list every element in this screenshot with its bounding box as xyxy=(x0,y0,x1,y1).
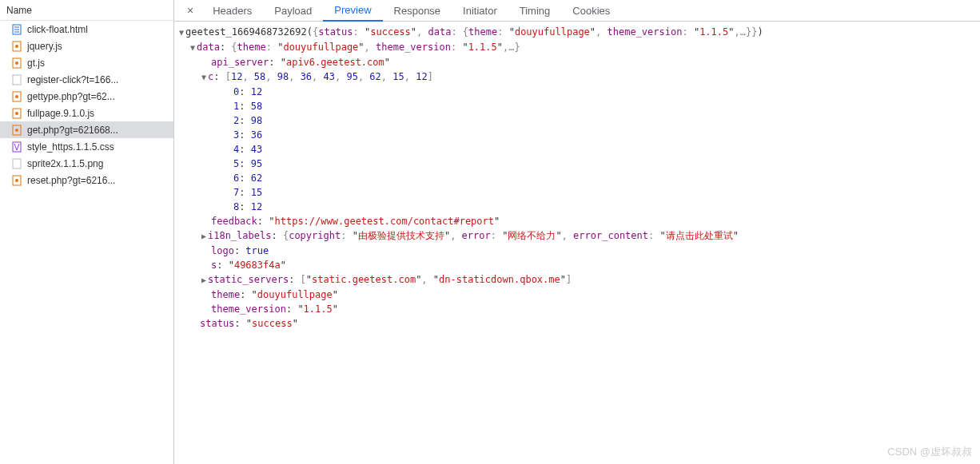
c-array-item: 0: 12 xyxy=(177,85,980,99)
val-theme: douyufullpage xyxy=(515,26,590,38)
file-name: register-click?t=166... xyxy=(27,74,118,85)
file-item[interactable]: register-click?t=166... xyxy=(0,71,173,88)
c-array-item: 3: 36 xyxy=(177,128,980,142)
array-value: 12 xyxy=(251,86,262,97)
js-icon xyxy=(11,58,22,69)
val-status: success xyxy=(252,318,293,329)
file-name: gt.js xyxy=(27,58,45,69)
val-s: 49683f4a xyxy=(234,260,281,271)
expand-icon[interactable] xyxy=(189,41,197,55)
array-value: 58 xyxy=(251,101,262,112)
file-name: click-float.html xyxy=(27,24,88,35)
val-theme-version: 1.1.5 xyxy=(699,26,728,38)
js-icon xyxy=(11,175,22,186)
val-feedback: https://www.geetest.com/contact#report xyxy=(274,216,494,227)
key-logo: logo xyxy=(211,245,234,256)
file-item[interactable]: fullpage.9.1.0.js xyxy=(0,105,173,121)
key-api-server: api_server xyxy=(211,57,269,68)
key-status: status xyxy=(200,318,234,329)
val-theme-version: 1.1.5 xyxy=(304,303,333,315)
preview-content[interactable]: geetest_1669468732692({status: "success"… xyxy=(174,22,980,464)
file-item[interactable]: sprite2x.1.1.5.png xyxy=(0,155,173,172)
ellipsis: ,… xyxy=(734,26,745,38)
file-name: jquery.js xyxy=(27,41,62,52)
file-name: get.php?gt=621668... xyxy=(27,125,118,136)
file-item[interactable]: gt.js xyxy=(0,54,173,71)
array-value: 43 xyxy=(251,144,262,155)
expand-icon[interactable] xyxy=(200,229,208,244)
expand-icon[interactable] xyxy=(200,70,208,85)
key-theme-version: theme_version xyxy=(211,303,286,315)
tab-initiator[interactable]: Initiator xyxy=(452,0,508,22)
blank-icon xyxy=(11,74,22,85)
key-theme: theme xyxy=(211,289,240,300)
callback-name: geetest_1669468732692 xyxy=(185,26,307,38)
watermark: CSDN @虚坏叔叔 xyxy=(887,445,972,459)
file-list: click-float.htmljquery.jsgt.jsregister-c… xyxy=(0,21,173,188)
key-data: data xyxy=(428,26,452,38)
file-name: gettype.php?gt=62... xyxy=(27,91,115,102)
val-static-0: static.geetest.com xyxy=(312,274,416,285)
doc-blue-icon xyxy=(11,24,22,35)
key-status: status xyxy=(318,26,353,38)
array-value: 95 xyxy=(251,158,262,169)
array-value: 15 xyxy=(251,187,262,198)
key-theme: theme xyxy=(468,26,497,38)
key-theme-version: theme_version xyxy=(608,26,683,38)
svg-rect-16 xyxy=(13,159,21,169)
c-array-item: 7: 15 xyxy=(177,185,980,200)
key-copyright: copyright xyxy=(289,230,341,241)
c-array-item: 2: 98 xyxy=(177,113,980,128)
c-array-item: 4: 43 xyxy=(177,142,980,157)
key-theme: theme xyxy=(237,42,266,53)
svg-point-12 xyxy=(15,112,18,115)
js-icon xyxy=(11,125,22,136)
svg-point-18 xyxy=(15,179,18,182)
val-error-content: 请点击此处重试 xyxy=(666,230,733,241)
c-array-item: 1: 58 xyxy=(177,99,980,113)
file-item[interactable]: gettype.php?gt=62... xyxy=(0,88,173,105)
tab-payload[interactable]: Payload xyxy=(263,0,323,22)
val-api-server: apiv6.geetest.com xyxy=(286,57,384,68)
val-theme-version: 1.1.5 xyxy=(468,42,497,53)
file-name: fullpage.9.1.0.js xyxy=(27,108,94,119)
val-logo: true xyxy=(245,245,269,256)
key-data: data xyxy=(197,42,220,53)
js-icon xyxy=(11,91,22,102)
svg-point-10 xyxy=(15,95,18,98)
array-value: 98 xyxy=(251,115,262,126)
file-item[interactable]: click-float.html xyxy=(0,21,173,38)
tab-timing[interactable]: Timing xyxy=(508,0,562,22)
ellipsis: ,… xyxy=(503,42,514,53)
tab-preview[interactable]: Preview xyxy=(323,0,382,22)
tab-headers[interactable]: Headers xyxy=(201,0,263,22)
c-array-item: 5: 95 xyxy=(177,157,980,171)
c-array-item: 6: 62 xyxy=(177,171,980,185)
key-feedback: feedback xyxy=(211,216,257,227)
svg-point-14 xyxy=(15,129,18,132)
file-name: style_https.1.1.5.css xyxy=(27,141,114,153)
val-error: 网络不给力 xyxy=(508,230,556,241)
css-icon xyxy=(11,141,22,153)
js-icon xyxy=(11,108,22,119)
key-error: error xyxy=(462,230,491,241)
close-icon[interactable]: × xyxy=(179,4,201,17)
expand-icon[interactable] xyxy=(177,26,185,40)
tab-cookies[interactable]: Cookies xyxy=(561,0,621,22)
array-value: 62 xyxy=(251,173,262,184)
detail-tabs: × HeadersPayloadPreviewResponseInitiator… xyxy=(174,0,980,22)
file-item[interactable]: style_https.1.1.5.css xyxy=(0,138,173,155)
svg-point-5 xyxy=(15,45,18,48)
array-value: 36 xyxy=(251,129,262,141)
file-item[interactable]: reset.php?gt=6216... xyxy=(0,172,173,188)
file-item[interactable]: get.php?gt=621668... xyxy=(0,121,173,138)
expand-icon[interactable] xyxy=(200,273,208,288)
tab-response[interactable]: Response xyxy=(383,0,452,22)
val-status: success xyxy=(370,26,411,38)
blank-icon xyxy=(11,158,22,169)
js-icon xyxy=(11,41,22,52)
key-i18n: i18n_labels xyxy=(208,230,271,241)
c-array-item: 8: 12 xyxy=(177,200,980,214)
sidebar-header[interactable]: Name xyxy=(0,0,173,21)
file-item[interactable]: jquery.js xyxy=(0,38,173,54)
